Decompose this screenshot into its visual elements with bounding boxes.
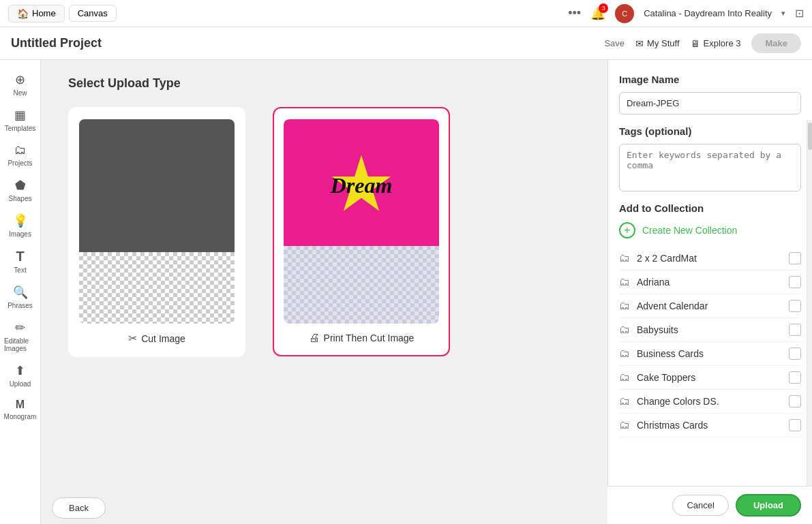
create-collection-icon: + — [619, 222, 635, 238]
canvas-tab-label: Canvas — [78, 8, 108, 18]
sidebar-item-editable-images[interactable]: ✏ Editable Images — [0, 315, 40, 358]
print-cut-content: Dream — [284, 119, 439, 324]
print-then-cut-card[interactable]: Dream 🖨 Print Then Cut Image — [273, 107, 450, 356]
cut-image-bg — [79, 119, 235, 252]
collection-item: 🗂 Advent Calendar — [619, 294, 801, 318]
explore-button[interactable]: 🖥 Explore 3 — [691, 38, 741, 49]
print-cut-label: 🖨 Print Then Cut Image — [309, 332, 415, 344]
sidebar-item-upload[interactable]: ⬆ Upload — [0, 358, 40, 393]
sidebar-item-shapes[interactable]: ⬟ Shapes — [0, 172, 40, 208]
images-icon: 💡 — [13, 213, 28, 228]
collection-name: Cake Toppers — [637, 372, 695, 383]
printer-icon: 🖨 — [309, 332, 320, 344]
sidebar-label-shapes: Shapes — [9, 195, 32, 202]
panel-bottom-actions: Cancel Upload — [607, 486, 812, 524]
sidebar-label-projects: Projects — [7, 159, 32, 167]
second-bar: Untitled Project Save ✉ My Stuff 🖥 Explo… — [0, 27, 812, 60]
more-options-icon[interactable]: ••• — [568, 6, 581, 20]
content-area: Select Upload Type ✂ Cut Image — [41, 60, 607, 524]
user-name: Catalina - Daydream Into Reality — [644, 8, 772, 18]
project-title: Untitled Project — [11, 36, 102, 50]
create-new-label: Create New Collection — [642, 225, 737, 236]
back-button[interactable]: Back — [52, 497, 106, 519]
sidebar-item-phrases[interactable]: 🔍 Phrases — [0, 279, 40, 315]
cancel-button[interactable]: Cancel — [672, 495, 728, 516]
collection-item: 🗂 Cake Toppers — [619, 366, 801, 390]
phrases-icon: 🔍 — [13, 285, 28, 300]
collections-list: 🗂 2 x 2 CardMat 🗂 Adriana 🗂 Advent Calen… — [619, 247, 801, 437]
text-icon: T — [16, 249, 24, 264]
folder-icon: 🗂 — [619, 371, 630, 384]
sidebar-label-new: New — [13, 89, 27, 97]
collection-name: Christmas Cards — [637, 420, 708, 431]
cut-image-checker — [79, 252, 235, 324]
scrollbar-thumb[interactable] — [808, 123, 812, 150]
image-name-input[interactable] — [619, 92, 801, 114]
scissors-icon: ✂ — [128, 332, 137, 345]
collection-checkbox[interactable] — [789, 276, 801, 288]
shapes-icon: ⬟ — [15, 178, 26, 193]
sidebar-item-templates[interactable]: ▦ Templates — [0, 102, 40, 138]
sidebar-item-projects[interactable]: 🗂 Projects — [0, 138, 40, 172]
collection-checkbox[interactable] — [789, 252, 801, 264]
upload-button[interactable]: Upload — [736, 494, 801, 517]
make-button[interactable]: Make — [751, 33, 801, 53]
cut-image-card[interactable]: ✂ Cut Image — [68, 107, 245, 357]
collection-checkbox[interactable] — [789, 395, 801, 407]
explore-label: Explore 3 — [704, 38, 741, 48]
collection-checkbox[interactable] — [789, 371, 801, 384]
collection-item-left: 🗂 2 x 2 CardMat — [619, 252, 697, 264]
window-icon[interactable]: ⊡ — [795, 7, 804, 20]
top-bar: 🏠 Home Canvas ••• 🔔 3 C Catalina - Daydr… — [0, 0, 812, 27]
collection-item-left: 🗂 Cake Toppers — [619, 371, 695, 384]
dream-text: Dream — [331, 172, 393, 198]
header-actions: Save ✉ My Stuff 🖥 Explore 3 Make — [604, 33, 801, 53]
cut-image-text: Cut Image — [141, 333, 185, 344]
main-layout: ⊕ New ▦ Templates 🗂 Projects ⬟ Shapes 💡 … — [0, 60, 812, 524]
image-name-label: Image Name — [619, 74, 801, 85]
collection-item: 🗂 Adriana — [619, 271, 801, 294]
monogram-icon: M — [16, 399, 25, 411]
canvas-tab[interactable]: Canvas — [69, 5, 117, 22]
collection-item: 🗂 Christmas Cards — [619, 414, 801, 437]
collection-item-left: 🗂 Babysuits — [619, 324, 678, 336]
avatar: C — [615, 4, 634, 23]
collection-item: 🗂 Business Cards — [619, 342, 801, 366]
folder-icon: 🗂 — [619, 276, 630, 288]
explore-icon: 🖥 — [691, 38, 700, 49]
folder-icon: 🗂 — [619, 300, 630, 312]
collection-name: Adriana — [637, 277, 670, 288]
my-stuff-icon: ✉ — [635, 38, 644, 49]
collection-checkbox[interactable] — [789, 324, 801, 336]
my-stuff-button[interactable]: ✉ My Stuff — [635, 38, 679, 49]
user-menu-chevron[interactable]: ▾ — [781, 9, 785, 18]
collection-checkbox[interactable] — [789, 348, 801, 360]
save-button[interactable]: Save — [604, 38, 625, 48]
collection-name: Business Cards — [637, 348, 704, 359]
sidebar-item-images[interactable]: 💡 Images — [0, 208, 40, 243]
folder-icon: 🗂 — [619, 252, 630, 264]
sidebar-item-text[interactable]: T Text — [0, 243, 40, 279]
folder-icon: 🗂 — [619, 395, 630, 407]
home-tab-label: Home — [32, 8, 56, 18]
tags-input[interactable] — [619, 144, 801, 191]
collection-checkbox[interactable] — [789, 300, 801, 312]
sidebar-label-templates: Templates — [5, 125, 36, 132]
scrollbar-track[interactable] — [807, 120, 812, 486]
collection-checkbox[interactable] — [789, 419, 801, 431]
new-icon: ⊕ — [15, 72, 25, 87]
sidebar-item-new[interactable]: ⊕ New — [0, 67, 40, 102]
ptc-bottom-section — [284, 246, 439, 324]
home-tab[interactable]: 🏠 Home — [8, 5, 65, 22]
notifications-bell[interactable]: 🔔 3 — [590, 6, 605, 21]
section-title: Select Upload Type — [68, 76, 580, 91]
collection-name: Advent Calendar — [637, 300, 708, 311]
collection-item: 🗂 Change Colors DS. — [619, 390, 801, 414]
home-icon: 🏠 — [17, 8, 29, 19]
collection-item-left: 🗂 Christmas Cards — [619, 419, 708, 431]
add-collection-label: Add to Collection — [619, 202, 801, 214]
sidebar-item-monogram[interactable]: M Monogram — [0, 393, 40, 426]
create-new-collection-button[interactable]: + Create New Collection — [619, 222, 801, 238]
upload-icon: ⬆ — [15, 363, 25, 378]
back-button-area: Back — [52, 497, 106, 519]
